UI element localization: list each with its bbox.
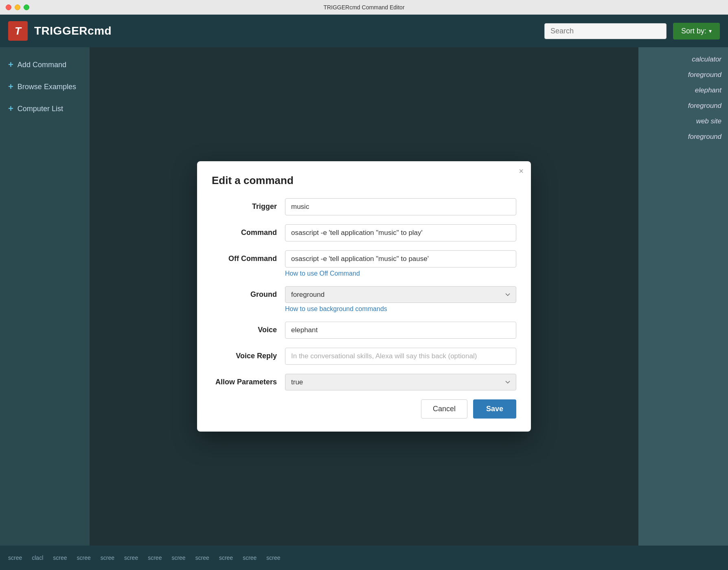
maximize-button[interactable] (24, 4, 29, 10)
search-input[interactable] (544, 23, 667, 39)
scree-item-2: scree (49, 555, 71, 561)
ground-row: Ground foreground background How to use … (212, 286, 516, 313)
trigger-label: Trigger (212, 198, 277, 211)
off-command-label: Off Command (212, 250, 277, 263)
voice-reply-row: Voice Reply (212, 348, 516, 365)
command-row: Command (212, 224, 516, 241)
chevron-down-icon: ▾ (709, 28, 712, 34)
scree-item-7: scree (167, 555, 189, 561)
allow-params-label: Allow Parameters (212, 374, 277, 386)
sidebar-item-label: Computer List (18, 105, 63, 113)
close-button[interactable] (6, 4, 11, 10)
trigger-input[interactable] (285, 198, 516, 215)
scree-item: scree (4, 555, 26, 561)
app-header: T TRIGGERcmd Sort by: ▾ (0, 15, 728, 47)
sidebar-item-add-command[interactable]: + Add Command (0, 54, 90, 76)
allow-params-row: Allow Parameters true false (212, 374, 516, 390)
sort-button[interactable]: Sort by: ▾ (673, 23, 720, 39)
cancel-button[interactable]: Cancel (421, 399, 467, 419)
ground-sub: foreground background How to use backgro… (285, 286, 516, 313)
titlebar-buttons (6, 4, 29, 10)
sidebar-item-computer-list[interactable]: + Computer List (0, 98, 90, 120)
right-item-calculator[interactable]: calculator (645, 55, 721, 64)
voice-input[interactable] (285, 322, 516, 339)
scree-item-4: scree (96, 555, 118, 561)
off-command-sub: How to use Off Command (285, 250, 516, 277)
ground-select[interactable]: foreground background (285, 286, 516, 303)
save-button[interactable]: Save (473, 399, 516, 419)
right-panel: calculator foreground elephant foregroun… (638, 47, 728, 546)
plus-icon: + (8, 103, 13, 114)
right-item-elephant[interactable]: elephant (645, 86, 721, 94)
allow-params-select[interactable]: true false (285, 374, 516, 390)
modal-footer: Cancel Save (212, 399, 516, 419)
sidebar-item-label: Browse Examples (18, 83, 76, 91)
off-command-help-link[interactable]: How to use Off Command (285, 270, 516, 277)
trigger-row: Trigger (212, 198, 516, 215)
modal-close-button[interactable]: × (519, 167, 524, 175)
voice-label: Voice (212, 322, 277, 334)
scree-item-9: scree (215, 555, 237, 561)
window-title: TRIGGERcmd Command Editor (323, 4, 404, 11)
plus-icon: + (8, 59, 13, 70)
scree-item-3: scree (72, 555, 94, 561)
scree-item-11: scree (262, 555, 284, 561)
app-name: TRIGGERcmd (34, 24, 112, 37)
edit-command-modal: × Edit a command Trigger Command Off (197, 161, 531, 432)
logo-icon: T (8, 21, 28, 41)
right-item-website[interactable]: web site (645, 117, 721, 125)
scree-item-clacl: clacl (28, 555, 47, 561)
voice-reply-input[interactable] (285, 348, 516, 365)
modal-title: Edit a command (212, 174, 516, 187)
sidebar-item-browse-examples[interactable]: + Browse Examples (0, 76, 90, 98)
off-command-input[interactable] (285, 250, 516, 267)
voice-reply-label: Voice Reply (212, 348, 277, 360)
main-area: × Edit a command Trigger Command Off (90, 47, 638, 546)
modal-overlay: × Edit a command Trigger Command Off (90, 47, 638, 546)
content-area: × Edit a command Trigger Command Off (90, 47, 728, 546)
right-item-foreground-2[interactable]: foreground (645, 102, 721, 110)
command-input[interactable] (285, 224, 516, 241)
scree-item-10: scree (239, 555, 261, 561)
ground-help-link[interactable]: How to use background commands (285, 305, 516, 313)
app-body: + Add Command + Browse Examples + Comput… (0, 47, 728, 546)
sidebar: + Add Command + Browse Examples + Comput… (0, 47, 90, 546)
voice-row: Voice (212, 322, 516, 339)
sort-label: Sort by: (681, 27, 706, 35)
titlebar: TRIGGERcmd Command Editor (0, 0, 728, 15)
right-item-foreground-3[interactable]: foreground (645, 133, 721, 141)
scree-item-6: scree (144, 555, 166, 561)
ground-label: Ground (212, 286, 277, 299)
minimize-button[interactable] (15, 4, 20, 10)
sidebar-item-label: Add Command (18, 61, 66, 69)
scree-item-8: scree (191, 555, 213, 561)
right-item-foreground-1[interactable]: foreground (645, 71, 721, 79)
scree-item-5: scree (120, 555, 142, 561)
bottom-bar: scree clacl scree scree scree scree scre… (0, 546, 728, 570)
off-command-row: Off Command How to use Off Command (212, 250, 516, 277)
plus-icon: + (8, 81, 13, 92)
command-label: Command (212, 224, 277, 237)
